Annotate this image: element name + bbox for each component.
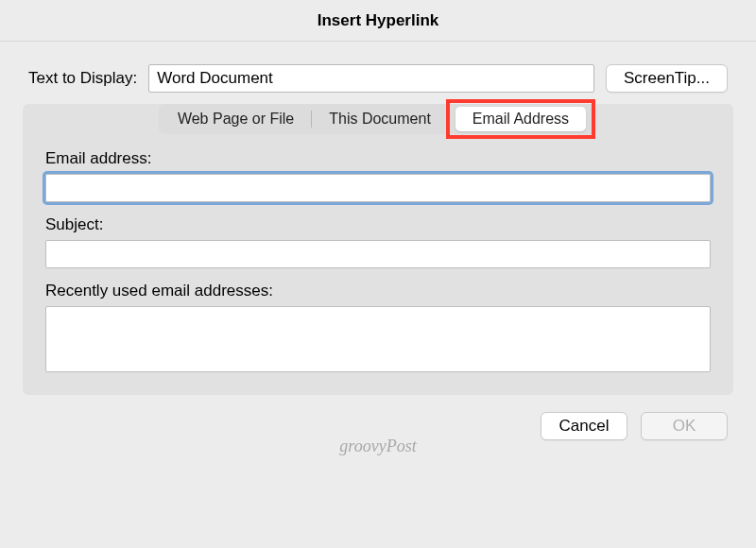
hyperlink-panel: Web Page or File This Document Email Add…: [23, 104, 733, 395]
dialog-titlebar: Insert Hyperlink: [0, 0, 756, 42]
dialog-title: Insert Hyperlink: [318, 11, 439, 30]
tab-group: Web Page or File This Document Email Add…: [159, 104, 597, 134]
subject-label: Subject:: [45, 215, 711, 234]
subject-field: Subject:: [45, 215, 711, 268]
cancel-button[interactable]: Cancel: [541, 412, 627, 440]
dialog-footer: Cancel OK: [0, 395, 756, 440]
recent-addresses-label: Recently used email addresses:: [45, 282, 711, 300]
annotation-highlight: Email Address: [446, 99, 595, 139]
recent-addresses-list[interactable]: [45, 306, 711, 372]
email-address-label: Email address:: [45, 149, 711, 168]
text-to-display-label: Text to Display:: [28, 69, 137, 88]
tab-bar: Web Page or File This Document Email Add…: [45, 104, 711, 149]
tab-web-page-or-file[interactable]: Web Page or File: [161, 107, 311, 131]
email-address-field: Email address:: [45, 149, 711, 202]
email-address-input[interactable]: [45, 174, 711, 202]
text-to-display-input[interactable]: [148, 64, 594, 93]
text-to-display-row: Text to Display: ScreenTip...: [0, 42, 756, 110]
tab-email-address[interactable]: Email Address: [455, 107, 586, 131]
subject-input[interactable]: [45, 240, 711, 268]
ok-button[interactable]: OK: [641, 412, 728, 440]
tab-this-document[interactable]: This Document: [312, 107, 448, 131]
screentip-button[interactable]: ScreenTip...: [606, 64, 728, 93]
recent-addresses-field: Recently used email addresses:: [45, 282, 711, 372]
